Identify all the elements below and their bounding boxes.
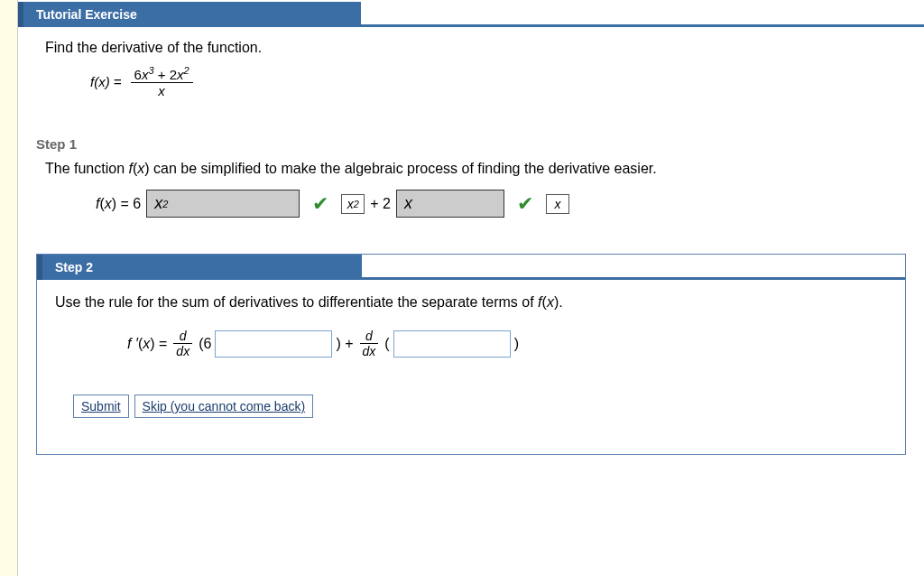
step1-equation-row: f(x) = 6 x2 ✔ x2 + 2 x ✔ x — [96, 190, 906, 218]
step2-container: Step 2 Use the rule for the sum of deriv… — [36, 254, 906, 455]
close-paren-2: ) — [514, 336, 519, 352]
step2-label: Step 2 — [37, 255, 362, 280]
step1-text: The function f(x) can be simplified to m… — [45, 161, 906, 177]
numerator: 6x3 + 2x2 — [131, 65, 193, 83]
skip-button[interactable]: Skip (you cannot come back) — [134, 395, 314, 418]
tutorial-header: Tutorial Exercise — [18, 2, 924, 27]
step1-mid: + 2 — [370, 196, 391, 212]
step2-equation-row: f ′(x) = d dx (6 ) + d dx ( ) — [127, 329, 887, 358]
ddx-1: d dx — [173, 329, 192, 358]
step1-mini2[interactable]: x — [546, 194, 569, 214]
step1-answer1[interactable]: x2 — [146, 190, 300, 218]
step1-label: Step 1 — [36, 136, 924, 152]
close-paren-1: ) + — [336, 336, 353, 352]
step1-prefix: f(x) = 6 — [96, 196, 141, 212]
step1-answer2[interactable]: x — [396, 190, 504, 218]
open-paren-2: ( — [384, 336, 389, 352]
content-area: Tutorial Exercise Find the derivative of… — [18, 0, 924, 576]
submit-button[interactable]: Submit — [73, 395, 129, 418]
header-rule — [361, 2, 924, 27]
fprime-label: f ′(x) = — [127, 336, 167, 352]
question-equation: f(x) = 6x3 + 2x2 x — [90, 65, 924, 98]
step1-mini1[interactable]: x2 — [341, 194, 365, 214]
step1-body: The function f(x) can be simplified to m… — [18, 161, 924, 236]
fx-label: f(x) = — [90, 74, 122, 89]
step2-input-1[interactable] — [215, 330, 332, 358]
question-body: Find the derivative of the function. f(x… — [18, 27, 924, 109]
left-margin — [0, 0, 18, 576]
question-prompt: Find the derivative of the function. — [45, 40, 924, 56]
tutorial-title: Tutorial Exercise — [18, 2, 361, 27]
step2-rule — [362, 255, 905, 280]
step2-input-2[interactable] — [393, 330, 511, 358]
denominator: x — [131, 83, 193, 98]
step2-body: Use the rule for the sum of derivatives … — [37, 280, 905, 427]
open-paren-1: (6 — [199, 336, 211, 352]
step2-text: Use the rule for the sum of derivatives … — [55, 294, 887, 311]
button-row: Submit Skip (you cannot come back) — [73, 395, 887, 418]
ddx-2: d dx — [360, 329, 379, 358]
fraction: 6x3 + 2x2 x — [131, 65, 193, 98]
step2-header: Step 2 — [37, 255, 905, 280]
check-icon: ✔ — [517, 192, 533, 216]
check-icon: ✔ — [312, 192, 328, 216]
